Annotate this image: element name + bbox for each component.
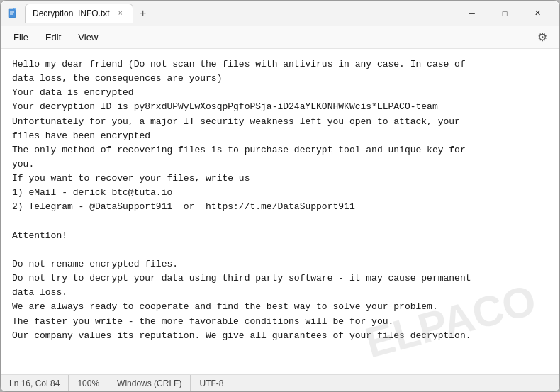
line-ending: Windows (CRLF) [108, 375, 191, 391]
settings-icon[interactable]: ⚙ [531, 28, 554, 47]
editor-content[interactable]: Hello my dear friend (Do not scan the fi… [12, 57, 548, 343]
file-icon [6, 7, 19, 20]
menu-bar: File Edit View ⚙ [1, 26, 559, 49]
new-tab-button[interactable]: + [133, 4, 153, 23]
tab-title: Decryption_INFO.txt [33, 9, 110, 18]
title-bar: Decryption_INFO.txt × + ─ □ ✕ [1, 1, 559, 26]
tab-close-button[interactable]: × [116, 9, 125, 18]
active-tab[interactable]: Decryption_INFO.txt × [25, 4, 133, 23]
status-bar: Ln 16, Col 84 100% Windows (CRLF) UTF-8 [1, 374, 559, 391]
zoom-level: 100% [69, 375, 108, 391]
encoding: UTF-8 [191, 375, 232, 391]
cursor-position: Ln 16, Col 84 [9, 375, 69, 391]
tab-area: Decryption_INFO.txt × + [25, 4, 153, 23]
notepad-window: Decryption_INFO.txt × + ─ □ ✕ File Edit … [0, 0, 560, 392]
menu-file[interactable]: File [6, 29, 35, 45]
maximize-button[interactable]: □ [488, 1, 521, 26]
close-button[interactable]: ✕ [521, 1, 554, 26]
menu-edit[interactable]: Edit [38, 29, 68, 45]
editor-area[interactable]: Hello my dear friend (Do not scan the fi… [1, 49, 559, 374]
menu-view[interactable]: View [71, 29, 105, 45]
minimize-button[interactable]: ─ [456, 1, 488, 26]
window-controls: ─ □ ✕ [456, 1, 554, 26]
